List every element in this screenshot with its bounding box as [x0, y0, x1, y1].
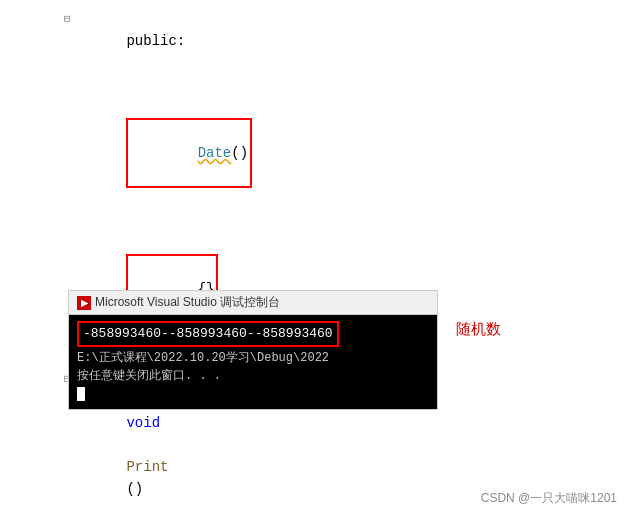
output-highlight-box: -858993460--858993460--858993460	[77, 321, 339, 347]
line-content-date: Date()	[74, 74, 633, 210]
date-parens: ()	[231, 145, 248, 161]
terminal-body: -858993460--858993460--858993460 E:\正式课程…	[68, 314, 438, 410]
code-line-date-constructor: Date()	[0, 74, 633, 210]
terminal-title: Microsoft Visual Studio 调试控制台	[95, 294, 280, 311]
vs-icon: ▶	[77, 296, 91, 310]
terminal-cursor-line	[77, 385, 429, 403]
terminal-cursor	[77, 387, 85, 401]
terminal-window: ▶ Microsoft Visual Studio 调试控制台 -8589934…	[68, 290, 438, 410]
suiji-label: 随机数	[456, 320, 501, 339]
collapse-btn[interactable]: ⊟	[60, 8, 74, 30]
terminal-output-line: -858993460--858993460--858993460	[77, 321, 429, 349]
code-line-public: ⊟ public:	[0, 8, 633, 74]
date-constructor-highlight: Date()	[126, 118, 252, 188]
space-print	[126, 437, 134, 453]
indent-space	[126, 99, 160, 115]
terminal-prompt: 按任意键关闭此窗口. . .	[77, 367, 429, 385]
footer-watermark: CSDN @一只大喵咪1201	[481, 490, 617, 507]
print-fn-name: Print	[126, 459, 168, 475]
print-parens: ()	[126, 481, 143, 497]
terminal-path: E:\正式课程\2022.10.20学习\Debug\2022	[77, 349, 429, 367]
indent-space2	[126, 235, 160, 251]
line-content: public:	[74, 8, 633, 74]
void-keyword: void	[126, 415, 160, 431]
output-text: -858993460--858993460--858993460	[83, 326, 333, 341]
date-class-name: Date	[198, 145, 232, 161]
keyword-public: public:	[126, 33, 185, 49]
terminal-titlebar: ▶ Microsoft Visual Studio 调试控制台	[68, 290, 438, 314]
code-editor: ⊟ public: Date() {}	[0, 0, 633, 515]
